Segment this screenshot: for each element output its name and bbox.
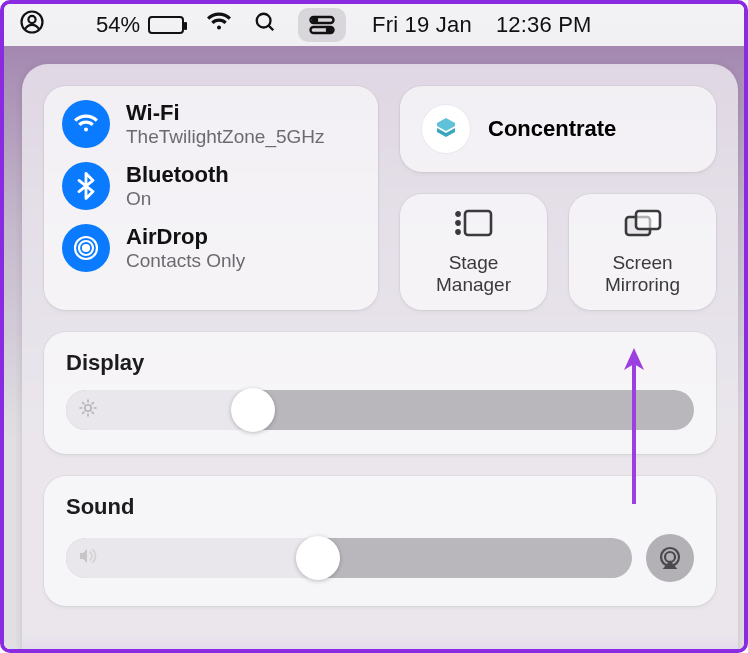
svg-rect-15 (636, 211, 660, 229)
screen-mirroring-button[interactable]: Screen Mirroring (569, 194, 716, 310)
airdrop-status: Contacts Only (126, 250, 245, 272)
search-icon[interactable] (254, 11, 276, 39)
sound-card: Sound (44, 476, 716, 606)
wifi-title: Wi-Fi (126, 100, 325, 126)
screen-mirroring-icon (623, 208, 663, 242)
focus-icon (422, 105, 470, 153)
svg-point-10 (456, 212, 459, 215)
stage-manager-icon (454, 208, 494, 242)
menubar: 54% Fri 19 Jan 12:36 PM (4, 4, 744, 46)
screen-mirroring-label: Screen Mirroring (605, 252, 680, 296)
bluetooth-icon (62, 162, 110, 210)
airplay-audio-button[interactable] (646, 534, 694, 582)
control-center-icon[interactable] (298, 8, 346, 42)
focus-toggle[interactable]: Concentrate (400, 86, 716, 172)
sound-title: Sound (66, 494, 694, 520)
user-icon[interactable] (20, 10, 44, 40)
menubar-date[interactable]: Fri 19 Jan (372, 12, 472, 38)
brightness-slider[interactable] (66, 390, 694, 430)
svg-rect-13 (465, 211, 491, 235)
svg-point-2 (257, 14, 271, 28)
airdrop-icon (62, 224, 110, 272)
battery-status[interactable]: 54% (96, 12, 184, 38)
svg-point-4 (313, 18, 317, 22)
wifi-status: TheTwilightZone_5GHz (126, 126, 325, 148)
control-center-panel: Wi-Fi TheTwilightZone_5GHz Bluetooth On (22, 64, 738, 653)
focus-label: Concentrate (488, 116, 616, 142)
stage-manager-button[interactable]: Stage Manager (400, 194, 547, 310)
menubar-time[interactable]: 12:36 PM (496, 12, 592, 38)
battery-percent: 54% (96, 12, 140, 38)
stage-manager-label: Stage Manager (436, 252, 511, 296)
wifi-menubar-icon[interactable] (206, 12, 232, 38)
wifi-toggle[interactable]: Wi-Fi TheTwilightZone_5GHz (62, 100, 360, 148)
battery-icon (148, 16, 184, 34)
svg-point-6 (327, 28, 331, 32)
svg-point-11 (456, 221, 459, 224)
airdrop-toggle[interactable]: AirDrop Contacts Only (62, 224, 360, 272)
volume-slider[interactable] (66, 538, 632, 578)
volume-icon (78, 547, 100, 569)
svg-point-16 (85, 404, 91, 410)
display-card: Display (44, 332, 716, 454)
connectivity-card: Wi-Fi TheTwilightZone_5GHz Bluetooth On (44, 86, 378, 310)
bluetooth-toggle[interactable]: Bluetooth On (62, 162, 360, 210)
brightness-low-icon (78, 398, 98, 422)
bluetooth-title: Bluetooth (126, 162, 229, 188)
wifi-icon (62, 100, 110, 148)
bluetooth-status: On (126, 188, 229, 210)
airdrop-title: AirDrop (126, 224, 245, 250)
svg-point-12 (456, 230, 459, 233)
svg-point-9 (83, 245, 89, 251)
display-title: Display (66, 350, 694, 376)
svg-point-1 (28, 16, 35, 23)
